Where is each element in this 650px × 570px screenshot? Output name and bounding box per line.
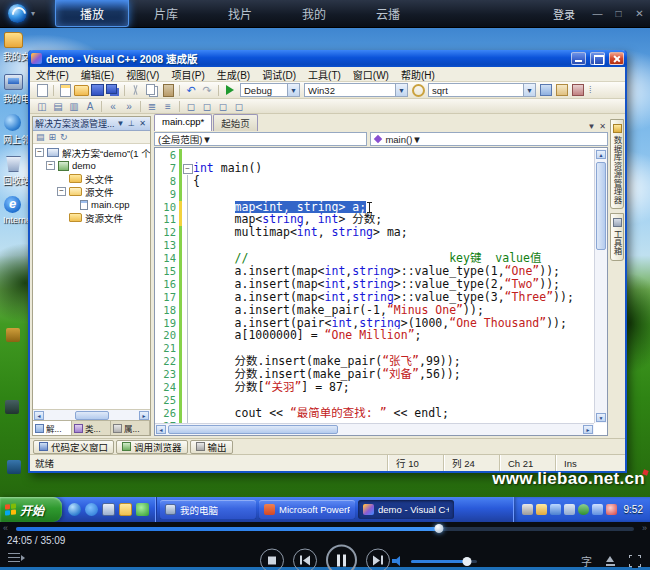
autohide-tab-database-explorer[interactable]: 数据库资源管理器: [610, 119, 624, 209]
volume-slider[interactable]: [411, 560, 477, 563]
close-document-icon[interactable]: ✕: [599, 122, 606, 131]
scrollbar-thumb[interactable]: [596, 162, 606, 250]
show-desktop-quicklaunch-icon[interactable]: [102, 503, 115, 516]
tree-item-main-cpp[interactable]: main.cpp: [33, 198, 150, 211]
vs-minimize-button[interactable]: [571, 52, 586, 65]
menu-build[interactable]: 生成(B): [217, 67, 250, 82]
refresh-icon[interactable]: ↻: [60, 132, 68, 142]
bottom-tab-call-browser[interactable]: 调用浏览器: [116, 440, 188, 454]
uncomment-selection-icon[interactable]: ≡: [160, 100, 176, 113]
save-icon[interactable]: [89, 83, 105, 97]
seek-backward-icon[interactable]: «: [3, 523, 8, 533]
find-combo-box[interactable]: sqrt▼: [428, 83, 536, 97]
display-tray-icon[interactable]: [550, 504, 561, 515]
playlist-icon[interactable]: [8, 553, 20, 562]
next-button[interactable]: [366, 548, 390, 570]
editor-vscrollbar[interactable]: ▲ ▼: [594, 149, 607, 423]
tree-expander-icon[interactable]: −: [57, 187, 66, 196]
menu-window[interactable]: 窗口(W): [353, 67, 389, 82]
bottom-tab-code-definition-window[interactable]: 代码定义窗口: [33, 440, 114, 454]
increase-indent-icon[interactable]: »: [121, 100, 137, 113]
volume-thumb[interactable]: [463, 557, 472, 566]
next-bookmark-icon[interactable]: ◻: [199, 100, 215, 113]
printer-tray-icon[interactable]: [522, 504, 533, 515]
volume-icon[interactable]: [392, 556, 404, 566]
menu-edit[interactable]: 编辑(E): [81, 67, 114, 82]
open-file-icon[interactable]: [605, 556, 616, 567]
security-tray-icon[interactable]: [578, 504, 589, 515]
document-tab-start-page[interactable]: 起始页: [213, 114, 258, 131]
undo-icon[interactable]: [183, 83, 199, 97]
scroll-down-button[interactable]: ▼: [596, 413, 606, 422]
scroll-right-button[interactable]: ►: [583, 425, 593, 434]
vs-close-button[interactable]: [609, 52, 624, 65]
seek-thumb[interactable]: [435, 524, 444, 533]
scrollbar-thumb[interactable]: [75, 411, 109, 420]
previous-button[interactable]: [293, 548, 317, 570]
player-tab-find[interactable]: 找片: [203, 0, 277, 27]
copy-icon[interactable]: [144, 83, 160, 97]
start-button[interactable]: 开始: [0, 497, 62, 522]
bottom-tab-output[interactable]: 输出: [190, 440, 233, 454]
solution-explorer-icon[interactable]: [538, 83, 554, 97]
desktop-shortcut-icon[interactable]: [5, 400, 19, 414]
member-list-icon[interactable]: ◫: [34, 100, 50, 113]
panel-tab-property[interactable]: 属...: [111, 421, 150, 435]
parameter-info-icon[interactable]: ▤: [50, 100, 66, 113]
decrease-indent-icon[interactable]: «: [105, 100, 121, 113]
panel-tab-class-view[interactable]: 类...: [72, 421, 111, 435]
start-debugging-icon[interactable]: [222, 83, 238, 97]
scroll-right-button[interactable]: ►: [139, 411, 149, 420]
chevron-down-icon[interactable]: ▼: [115, 119, 126, 128]
taskbar-button-visual-studio[interactable]: demo - Visual C+...: [358, 500, 454, 519]
word-completion-icon[interactable]: A: [82, 100, 98, 113]
autohide-tab-toolbox[interactable]: 工具箱: [610, 213, 624, 261]
video-area[interactable]: 我的文档我的电脑网上邻居回收站Internet Explorer demo - …: [0, 28, 650, 522]
pin-icon[interactable]: ⊥: [126, 119, 137, 128]
tree-item-source-files[interactable]: −源文件: [33, 185, 150, 198]
member-dropdown[interactable]: main()▼: [370, 132, 608, 146]
media-player-quicklaunch-icon[interactable]: [68, 503, 81, 516]
editor-hscrollbar[interactable]: ◄ ►: [155, 423, 594, 435]
player-tab-play[interactable]: 播放: [55, 0, 129, 27]
vs-maximize-button[interactable]: [590, 52, 605, 65]
panel-tab-solution-explorer[interactable]: 解...: [33, 421, 72, 435]
fullscreen-icon[interactable]: [629, 555, 641, 567]
solution-configuration-dropdown[interactable]: Debug▼: [240, 83, 300, 97]
tree-item-header-files[interactable]: 头文件: [33, 172, 150, 185]
code-editor[interactable]: 67−int main()8{910 map<int, string> a;11…: [155, 149, 594, 423]
volume-tray-icon[interactable]: [564, 504, 575, 515]
menu-debug[interactable]: 调试(D): [262, 67, 296, 82]
login-link[interactable]: 登录: [553, 6, 575, 22]
tree-item-resource-files[interactable]: 资源文件: [33, 211, 150, 224]
antivirus-tray-icon[interactable]: [606, 504, 617, 515]
toolbar-overflow-button[interactable]: ⁞: [589, 85, 591, 95]
document-tab-main-cpp[interactable]: main.cpp*: [154, 114, 212, 131]
scroll-up-button[interactable]: ▲: [596, 150, 606, 159]
quick-info-icon[interactable]: ▥: [66, 100, 82, 113]
solution-platform-dropdown[interactable]: Win32▼: [304, 83, 408, 97]
internet-explorer-quicklaunch-icon[interactable]: [85, 503, 98, 516]
redo-icon[interactable]: [199, 83, 215, 97]
find-symbol-icon[interactable]: [410, 83, 426, 97]
folder-quicklaunch-icon[interactable]: [119, 503, 132, 516]
close-icon[interactable]: ✕: [137, 119, 148, 128]
player-tab-library[interactable]: 片库: [129, 0, 203, 27]
seek-bar[interactable]: [16, 527, 634, 531]
solution-explorer-header[interactable]: 解决方案资源管理... ▼ ⊥ ✕: [33, 117, 150, 131]
cut-icon[interactable]: [128, 83, 144, 97]
scope-dropdown[interactable]: (全局范围)▼: [154, 132, 367, 146]
player-menu-button[interactable]: ▾: [8, 4, 35, 23]
open-file-icon[interactable]: [73, 83, 89, 97]
new-file-icon[interactable]: [34, 83, 50, 97]
subtitle-button[interactable]: 字: [581, 553, 592, 569]
taskbar-button-powerpoint[interactable]: Microsoft PowerP...: [259, 500, 355, 519]
messenger-quicklaunch-icon[interactable]: [136, 503, 149, 516]
stop-button[interactable]: [260, 548, 284, 570]
pen-input-tray-icon[interactable]: [536, 504, 547, 515]
desktop-shortcut-icon[interactable]: [6, 328, 20, 342]
minimize-button[interactable]: —: [589, 8, 606, 19]
toolbox-window-icon[interactable]: [570, 83, 586, 97]
maximize-button[interactable]: □: [610, 8, 627, 19]
player-tab-cloud[interactable]: 云播: [351, 0, 425, 27]
